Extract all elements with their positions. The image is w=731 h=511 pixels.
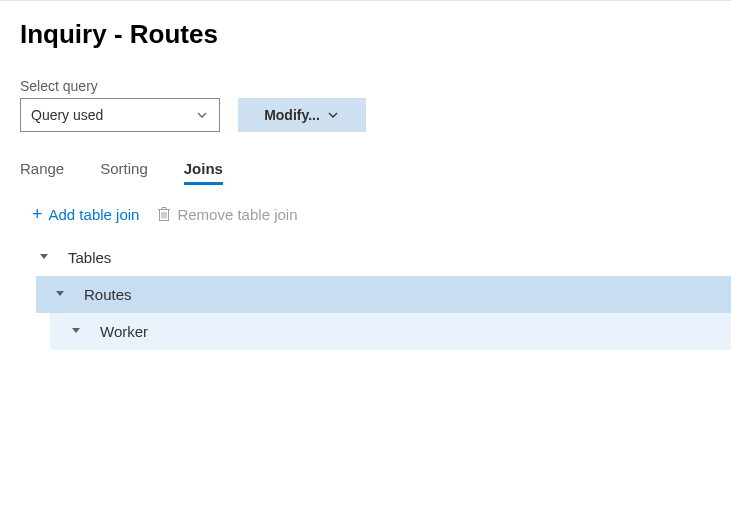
plus-icon: + <box>32 205 43 223</box>
tab-joins[interactable]: Joins <box>184 160 223 185</box>
select-query-dropdown[interactable]: Query used <box>20 98 220 132</box>
select-query-label: Select query <box>20 78 220 94</box>
tree-row-tables[interactable]: Tables <box>38 239 711 276</box>
tree-row-worker[interactable]: Worker <box>50 313 731 350</box>
caret-icon[interactable] <box>70 328 82 336</box>
svg-marker-8 <box>40 254 48 259</box>
tree-label-tables: Tables <box>68 249 111 266</box>
remove-table-join-button: Remove table join <box>157 206 297 223</box>
add-table-join-label: Add table join <box>49 206 140 223</box>
caret-icon[interactable] <box>38 254 50 262</box>
page-title: Inquiry - Routes <box>20 19 711 50</box>
select-query-value: Query used <box>31 107 103 123</box>
tab-range[interactable]: Range <box>20 160 64 185</box>
trash-icon <box>157 206 171 222</box>
remove-table-join-label: Remove table join <box>177 206 297 223</box>
joins-tree: Tables Routes Worker <box>20 239 711 350</box>
modify-button[interactable]: Modify... <box>238 98 366 132</box>
svg-marker-9 <box>56 291 64 296</box>
tab-sorting[interactable]: Sorting <box>100 160 148 185</box>
tree-label-worker: Worker <box>100 323 148 340</box>
chevron-down-icon <box>195 108 209 122</box>
modify-button-label: Modify... <box>264 107 320 123</box>
tree-label-routes: Routes <box>84 286 132 303</box>
add-table-join-button[interactable]: + Add table join <box>32 205 139 223</box>
chevron-down-icon <box>326 108 340 122</box>
tab-bar: Range Sorting Joins <box>20 160 711 185</box>
svg-marker-10 <box>72 328 80 333</box>
tree-row-routes[interactable]: Routes <box>36 276 731 313</box>
caret-icon[interactable] <box>54 291 66 299</box>
